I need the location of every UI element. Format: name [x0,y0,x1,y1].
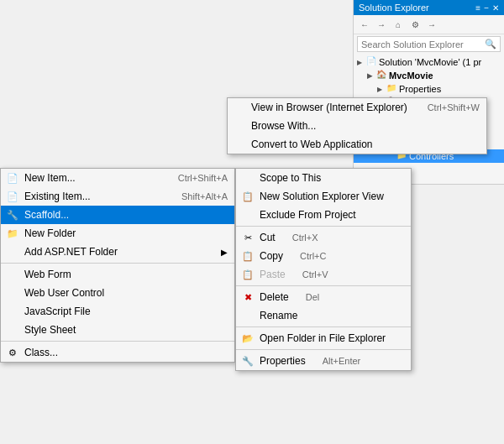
solution-explorer-title: Solution Explorer [359,3,429,13]
solution-label: Solution 'MvcMovie' (1 pr [379,57,481,67]
submenu-arrow: ▶ [221,248,228,257]
ctx-new-folder[interactable]: 📁 New Folder [1,224,234,243]
tree-item-properties[interactable]: 📁 Properties [354,82,504,96]
existing-item-icon: 📄 [6,190,19,203]
scaffold-icon: 🔧 [6,208,19,222]
ctx-new-item[interactable]: 📄 New Item... Ctrl+Shift+A [1,169,234,187]
titlebar-icons: ≡ − ✕ [475,3,499,13]
pin-icon[interactable]: ≡ [475,3,480,13]
ctx-scaffold[interactable]: 🔧 Scaffold... [1,206,234,224]
properties-icon: 🔧 [241,354,255,368]
expand-arrow [357,59,365,66]
rename-label: Rename [260,310,297,321]
back-button[interactable]: ← [357,17,372,32]
ctx-paste: 📋 Paste Ctrl+V [236,265,411,284]
class-label: Class... [24,347,228,358]
existing-item-shortcut: Shift+Alt+A [181,191,228,201]
ctx-browse-with[interactable]: Browse With... [228,117,486,135]
search-icon: 🔍 [481,37,500,51]
scope-to-this-label: Scope to This [260,172,321,184]
ctx-properties[interactable]: 🔧 Properties Alt+Enter [236,352,411,370]
properties-label: Properties [260,355,306,367]
ctx-class[interactable]: ⚙ Class... [1,343,234,362]
aspnet-folder-icon [6,245,19,259]
expand-arrow [377,86,386,93]
ctx-javascript-file[interactable]: JavaScript File [1,302,234,321]
separator-sub-4 [236,349,411,350]
nav-button[interactable]: → [424,17,439,32]
project-icon: 🏠 [375,70,387,81]
separator-sub-1 [236,226,411,227]
cut-icon: ✂ [241,231,255,244]
separator-sub-2 [236,285,411,286]
view-in-browser-label: View in Browser (Internet Explorer) [251,102,407,113]
view-in-browser-shortcut: Ctrl+Shift+W [428,102,480,112]
new-item-shortcut: Ctrl+Shift+A [178,173,228,183]
new-item-icon: 📄 [6,171,19,185]
ctx-web-form[interactable]: Web Form [1,265,234,284]
exclude-label: Exclude From Project [260,209,356,221]
new-view-label: New Solution Explorer View [260,191,384,202]
separator-sub-3 [236,326,411,327]
expand-arrow [367,72,375,80]
new-item-label: New Item... [24,172,153,184]
open-folder-label: Open Folder in File Explorer [260,332,386,344]
ctx-view-in-browser[interactable]: View in Browser (Internet Explorer) Ctrl… [228,98,486,117]
ctx-copy[interactable]: 📋 Copy Ctrl+C [236,247,411,265]
browse-with-label: Browse With... [251,120,316,132]
ctx-new-solution-explorer-view[interactable]: 📋 New Solution Explorer View [236,187,411,206]
ctx-exclude-from-project[interactable]: Exclude From Project [236,206,411,224]
solution-icon: 📄 [365,56,377,68]
ctx-scope-to-this[interactable]: Scope to This [236,169,411,187]
solution-explorer-panel: Solution Explorer ≡ − ✕ ← → ⌂ ⚙ → 🔍 📄 So… [353,0,504,185]
separator-2 [1,341,234,342]
properties-icon: 📁 [386,83,397,95]
new-folder-icon: 📁 [6,227,19,240]
ctx-cut[interactable]: ✂ Cut Ctrl+X [236,228,411,247]
scaffold-label: Scaffold... [24,209,228,221]
paste-shortcut: Ctrl+V [302,269,328,279]
copy-label: Copy [260,250,283,262]
ctx-existing-item[interactable]: 📄 Existing Item... Shift+Alt+A [1,187,234,206]
context-menu: 📄 New Item... Ctrl+Shift+A 📄 Existing It… [0,168,235,363]
ctx-open-folder[interactable]: 📂 Open Folder in File Explorer [236,329,411,347]
ctx-convert-web[interactable]: Convert to Web Application [228,135,486,154]
style-sheet-label: Style Sheet [24,324,228,336]
se-toolbar: ← → ⌂ ⚙ → [354,15,504,34]
open-folder-icon: 📂 [241,332,255,345]
copy-shortcut: Ctrl+C [300,251,326,261]
properties-label: Properties [399,84,441,94]
separator-1 [1,263,234,264]
aspnet-folder-label: Add ASP.NET Folder [24,246,214,258]
delete-icon: ✖ [241,290,255,304]
forward-button[interactable]: → [374,17,389,32]
add-submenu: Scope to This 📋 New Solution Explorer Vi… [235,168,412,371]
ctx-style-sheet[interactable]: Style Sheet [1,321,234,339]
close-icon[interactable]: ✕ [492,3,499,13]
javascript-file-label: JavaScript File [24,306,228,317]
web-user-control-label: Web User Control [24,287,228,299]
home-button[interactable]: ⌂ [391,17,406,32]
search-input[interactable] [358,38,481,51]
cut-label: Cut [260,232,276,243]
cut-shortcut: Ctrl+X [292,232,318,243]
copy-icon: 📋 [241,249,255,263]
tree-item-solution[interactable]: 📄 Solution 'MvcMovie' (1 pr [354,55,504,69]
properties-shortcut: Alt+Enter [323,356,361,366]
delete-label: Delete [260,291,289,303]
delete-shortcut: Del [306,292,320,302]
upper-context-menu: View in Browser (Internet Explorer) Ctrl… [227,97,487,154]
ctx-delete[interactable]: ✖ Delete Del [236,288,411,306]
existing-item-label: Existing Item... [24,191,156,202]
new-view-icon: 📋 [241,190,255,203]
web-form-label: Web Form [24,269,228,280]
tree-item-mvcmovie[interactable]: 🏠 MvcMovie [354,69,504,82]
paste-icon: 📋 [241,268,255,281]
paste-label: Paste [260,269,286,280]
ctx-rename[interactable]: Rename [236,306,411,325]
minimize-icon[interactable]: − [484,3,489,13]
search-box[interactable]: 🔍 [357,36,501,52]
settings-button[interactable]: ⚙ [407,17,423,32]
ctx-add-aspnet-folder[interactable]: Add ASP.NET Folder ▶ [1,243,234,261]
ctx-web-user-control[interactable]: Web User Control [1,284,234,302]
